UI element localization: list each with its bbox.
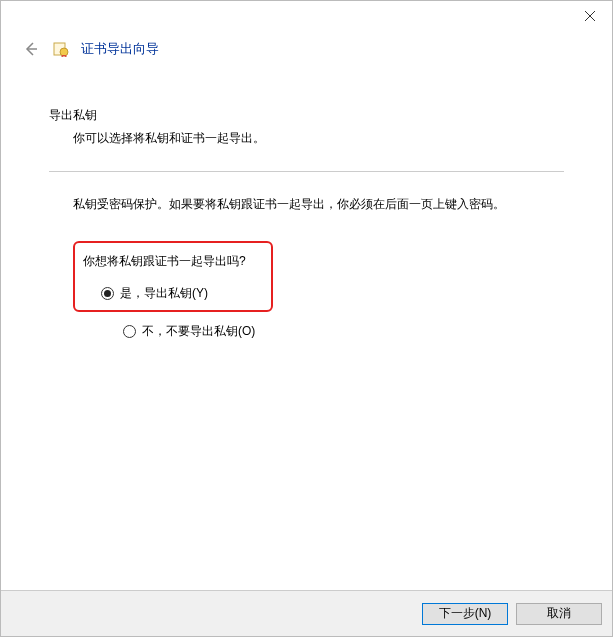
wizard-title: 证书导出向导 (81, 41, 159, 58)
radio-icon (123, 325, 136, 338)
question-block: 你想将私钥跟证书一起导出吗? 是，导出私钥(Y) 不，不要导出私钥(O) (73, 241, 564, 340)
divider (49, 171, 564, 172)
next-button[interactable]: 下一步(N) (422, 603, 508, 625)
wizard-content: 导出私钥 你可以选择将私钥和证书一起导出。 私钥受密码保护。如果要将私钥跟证书一… (1, 107, 612, 340)
radio-option-no[interactable]: 不，不要导出私钥(O) (123, 322, 564, 340)
cancel-button[interactable]: 取消 (516, 603, 602, 625)
close-icon (585, 11, 595, 21)
section-subtitle: 你可以选择将私钥和证书一起导出。 (73, 130, 564, 147)
radio-icon (101, 287, 114, 300)
wizard-footer: 下一步(N) 取消 (1, 590, 612, 636)
window-close-button[interactable] (567, 1, 612, 31)
radio-label-no: 不，不要导出私钥(O) (142, 322, 255, 340)
section-title: 导出私钥 (49, 107, 564, 124)
radio-option-yes[interactable]: 是，导出私钥(Y) (101, 284, 259, 302)
certificate-icon (53, 41, 69, 57)
titlebar (1, 1, 612, 31)
highlight-box: 你想将私钥跟证书一起导出吗? 是，导出私钥(Y) (73, 241, 273, 312)
svg-point-4 (60, 48, 68, 56)
back-arrow-icon (22, 40, 40, 58)
question-text: 你想将私钥跟证书一起导出吗? (83, 253, 259, 270)
radio-label-yes: 是，导出私钥(Y) (120, 284, 208, 302)
back-button[interactable] (21, 39, 41, 59)
wizard-header: 证书导出向导 (1, 31, 612, 77)
info-text: 私钥受密码保护。如果要将私钥跟证书一起导出，你必须在后面一页上键入密码。 (73, 196, 564, 213)
